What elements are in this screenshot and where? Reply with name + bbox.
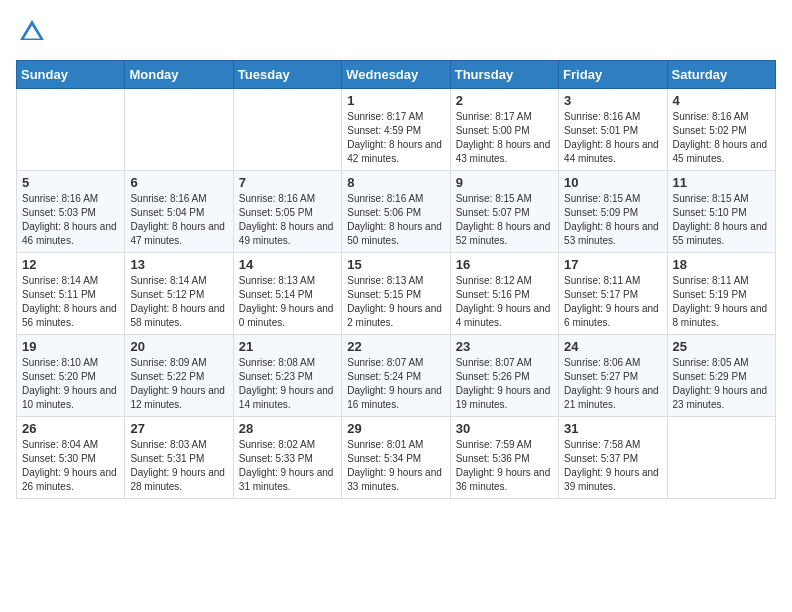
day-info: Sunrise: 8:07 AM Sunset: 5:26 PM Dayligh… <box>456 356 553 412</box>
calendar-cell: 18Sunrise: 8:11 AM Sunset: 5:19 PM Dayli… <box>667 253 775 335</box>
day-info: Sunrise: 8:16 AM Sunset: 5:04 PM Dayligh… <box>130 192 227 248</box>
calendar-cell: 28Sunrise: 8:02 AM Sunset: 5:33 PM Dayli… <box>233 417 341 499</box>
logo-icon <box>16 16 48 48</box>
day-number: 3 <box>564 93 661 108</box>
calendar-week-row: 19Sunrise: 8:10 AM Sunset: 5:20 PM Dayli… <box>17 335 776 417</box>
day-number: 16 <box>456 257 553 272</box>
calendar-cell: 1Sunrise: 8:17 AM Sunset: 4:59 PM Daylig… <box>342 89 450 171</box>
calendar-header: SundayMondayTuesdayWednesdayThursdayFrid… <box>17 61 776 89</box>
day-info: Sunrise: 8:16 AM Sunset: 5:02 PM Dayligh… <box>673 110 770 166</box>
calendar-cell: 9Sunrise: 8:15 AM Sunset: 5:07 PM Daylig… <box>450 171 558 253</box>
day-info: Sunrise: 8:17 AM Sunset: 4:59 PM Dayligh… <box>347 110 444 166</box>
calendar-cell: 25Sunrise: 8:05 AM Sunset: 5:29 PM Dayli… <box>667 335 775 417</box>
day-number: 22 <box>347 339 444 354</box>
day-info: Sunrise: 8:04 AM Sunset: 5:30 PM Dayligh… <box>22 438 119 494</box>
day-number: 1 <box>347 93 444 108</box>
day-info: Sunrise: 8:13 AM Sunset: 5:15 PM Dayligh… <box>347 274 444 330</box>
day-info: Sunrise: 8:08 AM Sunset: 5:23 PM Dayligh… <box>239 356 336 412</box>
weekday-header: Monday <box>125 61 233 89</box>
day-info: Sunrise: 8:11 AM Sunset: 5:17 PM Dayligh… <box>564 274 661 330</box>
calendar-cell: 8Sunrise: 8:16 AM Sunset: 5:06 PM Daylig… <box>342 171 450 253</box>
calendar-cell <box>17 89 125 171</box>
calendar-cell: 23Sunrise: 8:07 AM Sunset: 5:26 PM Dayli… <box>450 335 558 417</box>
day-number: 8 <box>347 175 444 190</box>
day-info: Sunrise: 7:59 AM Sunset: 5:36 PM Dayligh… <box>456 438 553 494</box>
day-number: 11 <box>673 175 770 190</box>
day-number: 18 <box>673 257 770 272</box>
day-info: Sunrise: 8:03 AM Sunset: 5:31 PM Dayligh… <box>130 438 227 494</box>
calendar: SundayMondayTuesdayWednesdayThursdayFrid… <box>16 60 776 499</box>
calendar-cell: 7Sunrise: 8:16 AM Sunset: 5:05 PM Daylig… <box>233 171 341 253</box>
calendar-week-row: 12Sunrise: 8:14 AM Sunset: 5:11 PM Dayli… <box>17 253 776 335</box>
calendar-week-row: 1Sunrise: 8:17 AM Sunset: 4:59 PM Daylig… <box>17 89 776 171</box>
day-number: 29 <box>347 421 444 436</box>
day-info: Sunrise: 7:58 AM Sunset: 5:37 PM Dayligh… <box>564 438 661 494</box>
calendar-cell: 14Sunrise: 8:13 AM Sunset: 5:14 PM Dayli… <box>233 253 341 335</box>
calendar-cell: 29Sunrise: 8:01 AM Sunset: 5:34 PM Dayli… <box>342 417 450 499</box>
calendar-cell: 22Sunrise: 8:07 AM Sunset: 5:24 PM Dayli… <box>342 335 450 417</box>
day-info: Sunrise: 8:17 AM Sunset: 5:00 PM Dayligh… <box>456 110 553 166</box>
logo <box>16 16 52 48</box>
day-number: 26 <box>22 421 119 436</box>
day-info: Sunrise: 8:15 AM Sunset: 5:07 PM Dayligh… <box>456 192 553 248</box>
day-info: Sunrise: 8:12 AM Sunset: 5:16 PM Dayligh… <box>456 274 553 330</box>
weekday-header: Friday <box>559 61 667 89</box>
calendar-cell: 4Sunrise: 8:16 AM Sunset: 5:02 PM Daylig… <box>667 89 775 171</box>
day-number: 30 <box>456 421 553 436</box>
calendar-cell: 6Sunrise: 8:16 AM Sunset: 5:04 PM Daylig… <box>125 171 233 253</box>
weekday-header: Saturday <box>667 61 775 89</box>
calendar-cell: 30Sunrise: 7:59 AM Sunset: 5:36 PM Dayli… <box>450 417 558 499</box>
day-info: Sunrise: 8:14 AM Sunset: 5:11 PM Dayligh… <box>22 274 119 330</box>
day-info: Sunrise: 8:07 AM Sunset: 5:24 PM Dayligh… <box>347 356 444 412</box>
calendar-cell: 17Sunrise: 8:11 AM Sunset: 5:17 PM Dayli… <box>559 253 667 335</box>
day-number: 2 <box>456 93 553 108</box>
calendar-cell: 16Sunrise: 8:12 AM Sunset: 5:16 PM Dayli… <box>450 253 558 335</box>
day-number: 24 <box>564 339 661 354</box>
calendar-cell: 13Sunrise: 8:14 AM Sunset: 5:12 PM Dayli… <box>125 253 233 335</box>
calendar-week-row: 5Sunrise: 8:16 AM Sunset: 5:03 PM Daylig… <box>17 171 776 253</box>
weekday-header: Wednesday <box>342 61 450 89</box>
day-number: 28 <box>239 421 336 436</box>
day-number: 12 <box>22 257 119 272</box>
weekday-row: SundayMondayTuesdayWednesdayThursdayFrid… <box>17 61 776 89</box>
day-number: 25 <box>673 339 770 354</box>
day-info: Sunrise: 8:16 AM Sunset: 5:01 PM Dayligh… <box>564 110 661 166</box>
day-info: Sunrise: 8:14 AM Sunset: 5:12 PM Dayligh… <box>130 274 227 330</box>
calendar-cell: 15Sunrise: 8:13 AM Sunset: 5:15 PM Dayli… <box>342 253 450 335</box>
page-header <box>16 16 776 48</box>
day-number: 20 <box>130 339 227 354</box>
day-info: Sunrise: 8:15 AM Sunset: 5:10 PM Dayligh… <box>673 192 770 248</box>
day-info: Sunrise: 8:01 AM Sunset: 5:34 PM Dayligh… <box>347 438 444 494</box>
day-info: Sunrise: 8:15 AM Sunset: 5:09 PM Dayligh… <box>564 192 661 248</box>
day-info: Sunrise: 8:06 AM Sunset: 5:27 PM Dayligh… <box>564 356 661 412</box>
day-info: Sunrise: 8:09 AM Sunset: 5:22 PM Dayligh… <box>130 356 227 412</box>
calendar-cell: 3Sunrise: 8:16 AM Sunset: 5:01 PM Daylig… <box>559 89 667 171</box>
day-number: 7 <box>239 175 336 190</box>
calendar-cell: 5Sunrise: 8:16 AM Sunset: 5:03 PM Daylig… <box>17 171 125 253</box>
day-number: 19 <box>22 339 119 354</box>
day-number: 4 <box>673 93 770 108</box>
day-number: 14 <box>239 257 336 272</box>
day-number: 15 <box>347 257 444 272</box>
calendar-cell <box>233 89 341 171</box>
calendar-cell: 24Sunrise: 8:06 AM Sunset: 5:27 PM Dayli… <box>559 335 667 417</box>
day-number: 21 <box>239 339 336 354</box>
day-number: 6 <box>130 175 227 190</box>
calendar-cell: 2Sunrise: 8:17 AM Sunset: 5:00 PM Daylig… <box>450 89 558 171</box>
calendar-body: 1Sunrise: 8:17 AM Sunset: 4:59 PM Daylig… <box>17 89 776 499</box>
calendar-week-row: 26Sunrise: 8:04 AM Sunset: 5:30 PM Dayli… <box>17 417 776 499</box>
calendar-cell: 21Sunrise: 8:08 AM Sunset: 5:23 PM Dayli… <box>233 335 341 417</box>
day-number: 27 <box>130 421 227 436</box>
weekday-header: Tuesday <box>233 61 341 89</box>
calendar-cell: 27Sunrise: 8:03 AM Sunset: 5:31 PM Dayli… <box>125 417 233 499</box>
calendar-cell: 20Sunrise: 8:09 AM Sunset: 5:22 PM Dayli… <box>125 335 233 417</box>
day-number: 10 <box>564 175 661 190</box>
day-info: Sunrise: 8:05 AM Sunset: 5:29 PM Dayligh… <box>673 356 770 412</box>
calendar-cell: 31Sunrise: 7:58 AM Sunset: 5:37 PM Dayli… <box>559 417 667 499</box>
calendar-cell: 26Sunrise: 8:04 AM Sunset: 5:30 PM Dayli… <box>17 417 125 499</box>
weekday-header: Sunday <box>17 61 125 89</box>
day-info: Sunrise: 8:02 AM Sunset: 5:33 PM Dayligh… <box>239 438 336 494</box>
day-info: Sunrise: 8:13 AM Sunset: 5:14 PM Dayligh… <box>239 274 336 330</box>
calendar-cell: 12Sunrise: 8:14 AM Sunset: 5:11 PM Dayli… <box>17 253 125 335</box>
day-info: Sunrise: 8:16 AM Sunset: 5:06 PM Dayligh… <box>347 192 444 248</box>
